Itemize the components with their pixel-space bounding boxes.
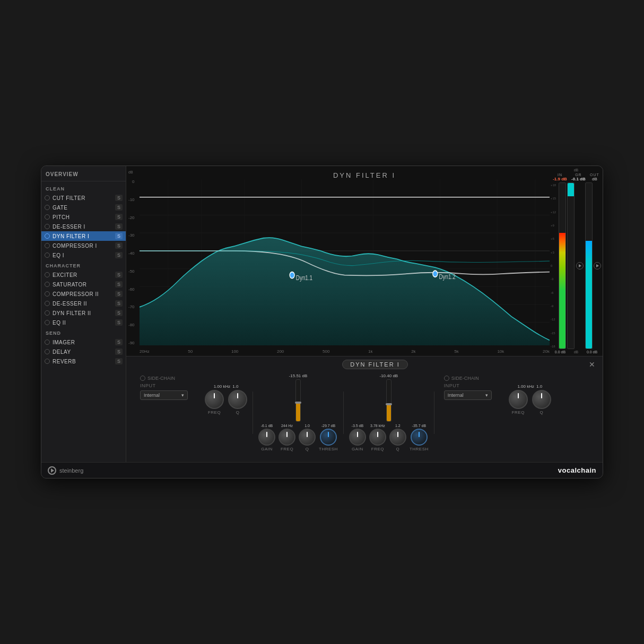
power-icon-reverb[interactable] <box>45 359 50 364</box>
knob-right-q[interactable] <box>532 390 551 409</box>
knob-left-q[interactable] <box>228 390 247 409</box>
knob-right-freq[interactable] <box>509 390 528 409</box>
thresh-label-dyn2: THRESH <box>410 447 429 451</box>
input-dropdown-left[interactable]: Internal ▾ <box>140 390 188 400</box>
input-label-left: INPUT <box>140 383 195 388</box>
power-icon-pitch[interactable] <box>45 214 50 220</box>
power-icon-saturator[interactable] <box>45 282 50 287</box>
s-badge-saturator[interactable]: S <box>115 281 123 288</box>
in-playback-btn[interactable] <box>576 182 584 349</box>
freq-5k: 5k <box>454 349 458 354</box>
close-button[interactable]: ✕ <box>587 360 597 369</box>
sidebar-item-dyn-filter-i[interactable]: DYN FILTER I S <box>41 231 126 241</box>
s-badge-reverb[interactable]: S <box>115 358 123 364</box>
right-area: DYN FILTER I 0 -10 -20 -30 -40 -50 -60 -… <box>126 166 603 462</box>
dyn2-fader-value: -10.40 dB <box>379 373 398 378</box>
sidebar-item-delay[interactable]: DELAY S <box>41 347 126 356</box>
power-icon-exciter[interactable] <box>45 272 50 277</box>
dyn-filter-ii-label: DYN FILTER II <box>53 310 115 316</box>
sidebar-item-de-esser-ii[interactable]: DE-ESSER II S <box>41 299 126 308</box>
power-icon-dyn-filter-i[interactable] <box>45 233 50 239</box>
power-icon-de-esser-i[interactable] <box>45 224 50 229</box>
sidebar: OVERVIEW CLEAN CUT FILTER S GATE S PITCH… <box>41 166 126 462</box>
power-icon-dyn-filter-ii[interactable] <box>45 310 50 316</box>
knob-dyn2-q[interactable] <box>389 429 406 446</box>
out-playback-btn[interactable] <box>594 182 602 349</box>
s-badge-cut-filter[interactable]: S <box>115 195 123 201</box>
sidebar-item-exciter[interactable]: EXCITER S <box>41 270 126 280</box>
s-badge-dyn-filter-ii[interactable]: S <box>115 310 123 316</box>
sidechain-circle-right[interactable] <box>444 376 449 381</box>
db-header: dB <box>128 170 133 174</box>
in-meter-header: IN -1.9 dB <box>553 173 567 181</box>
s-badge-eq-i[interactable]: S <box>115 252 123 258</box>
knob-dyn1-gain[interactable] <box>258 429 275 446</box>
power-icon-eq-ii[interactable] <box>45 320 50 325</box>
power-icon-de-esser-ii[interactable] <box>45 301 50 306</box>
svg-point-19 <box>433 271 438 277</box>
s-badge-de-esser-i[interactable]: S <box>115 223 123 230</box>
meters-section: dB IN -1.9 dB GR -0.1 dB OUT <box>550 166 603 356</box>
sidebar-item-reverb[interactable]: REVERB S <box>41 356 126 366</box>
s-badge-compressor-i[interactable]: S <box>115 242 123 249</box>
main-content: OVERVIEW CLEAN CUT FILTER S GATE S PITCH… <box>41 166 603 462</box>
s-badge-de-esser-ii[interactable]: S <box>115 300 123 307</box>
dyn-filter-i-label: DYN FILTER I <box>53 233 115 239</box>
sidebar-item-imager[interactable]: IMAGER S <box>41 337 126 347</box>
sidebar-item-de-esser-i[interactable]: DE-ESSER I S <box>41 222 126 231</box>
s-badge-eq-ii[interactable]: S <box>115 319 123 326</box>
sidechain-circle-left[interactable] <box>140 376 145 381</box>
sidebar-item-dyn-filter-ii[interactable]: DYN FILTER II S <box>41 308 126 318</box>
power-icon-imager[interactable] <box>45 340 50 345</box>
s-badge-delay[interactable]: S <box>115 349 123 355</box>
sidechain-text-right: SIDE-CHAIN <box>451 376 479 381</box>
s-badge-dyn-filter-i[interactable]: S <box>115 233 123 239</box>
sidebar-item-eq-ii[interactable]: EQ II S <box>41 318 126 327</box>
knob-dyn2-freq[interactable] <box>369 429 386 446</box>
knob-dyn1-freq[interactable] <box>279 429 295 446</box>
sidebar-item-eq-i[interactable]: EQ I S <box>41 250 126 260</box>
dyn1-fader-fill <box>296 403 300 421</box>
knob-dyn2-gain[interactable] <box>349 429 366 446</box>
power-icon-delay[interactable] <box>45 349 50 354</box>
play-icon-out[interactable] <box>594 262 601 269</box>
knob-left-freq[interactable] <box>205 390 224 409</box>
left-freq-q-group: 1.00 kHz 1.0 FREQ Q <box>205 384 247 415</box>
play-icon-in[interactable] <box>576 262 584 269</box>
freq-2k: 2k <box>411 349 415 354</box>
sidebar-item-compressor-ii[interactable]: COMPRESSOR II S <box>41 289 126 299</box>
gr-meter-header: GR -0.1 dB <box>571 173 586 181</box>
power-icon-compressor-i[interactable] <box>45 243 50 248</box>
play-triangle-out <box>596 264 599 267</box>
power-icon-compressor-ii[interactable] <box>45 291 50 297</box>
q-label-left: Q <box>236 410 240 415</box>
power-icon-eq-i[interactable] <box>45 253 50 258</box>
sidebar-item-cut-filter[interactable]: CUT FILTER S <box>41 193 126 203</box>
s-badge-compressor-ii[interactable]: S <box>115 291 123 297</box>
s-badge-gate[interactable]: S <box>115 204 123 211</box>
s-badge-imager[interactable]: S <box>115 339 123 345</box>
power-icon-cut-filter[interactable] <box>45 195 50 201</box>
sidebar-item-compressor-i[interactable]: COMPRESSOR I S <box>41 241 126 250</box>
input-dropdown-right[interactable]: Internal ▾ <box>444 390 492 400</box>
knob-dyn1-thresh[interactable] <box>320 429 337 446</box>
input-value-right: Internal <box>448 393 464 398</box>
sidebar-item-gate[interactable]: GATE S <box>41 203 126 212</box>
freq-20hz: 20Hz <box>140 349 150 354</box>
dyn1-fader-track[interactable] <box>295 379 301 422</box>
dyn2-fader-thumb[interactable] <box>386 403 392 405</box>
power-icon-gate[interactable] <box>45 205 50 210</box>
dyn2-fader-track[interactable] <box>386 379 391 422</box>
s-badge-exciter[interactable]: S <box>115 272 123 278</box>
knob-dyn2-thresh[interactable] <box>411 429 428 446</box>
out-meter-bar <box>585 182 593 349</box>
sidechain-text-left: SIDE-CHAIN <box>147 376 175 381</box>
sidebar-item-saturator[interactable]: SATURATOR S <box>41 280 126 289</box>
sidebar-item-pitch[interactable]: PITCH S <box>41 212 126 222</box>
dyn1-fader-thumb[interactable] <box>295 402 301 404</box>
s-badge-pitch[interactable]: S <box>115 214 123 220</box>
play-icon-logo <box>51 468 54 473</box>
knob-group-right-freq: FREQ <box>509 390 528 415</box>
freq-10k: 10k <box>497 349 504 354</box>
knob-dyn1-q[interactable] <box>299 429 316 446</box>
